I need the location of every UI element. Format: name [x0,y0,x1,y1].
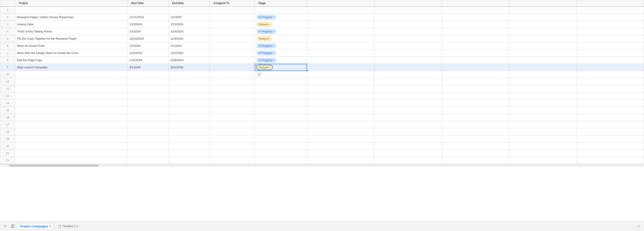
stage-cell[interactable]: Delayed▾ [255,35,307,42]
project-cell[interactable]: Work on Social Posts [15,42,127,50]
extra-cell-3[interactable] [442,92,509,100]
project-cell[interactable] [15,85,127,92]
end-date-cell[interactable]: 2/14/2024 [168,28,210,35]
extra-cell-5[interactable] [576,50,644,57]
extra-cell-2[interactable] [374,42,442,50]
extra-cell-1[interactable] [307,157,374,164]
extra-cell-3[interactable] [442,7,509,14]
extra-cell-5[interactable] [576,85,644,92]
stage-badge[interactable]: In Progress▾ [256,58,276,63]
stage-dropdown-arrow[interactable]: ▾ [273,52,274,54]
extra-cell-5[interactable] [576,128,644,135]
assigned-to-cell[interactable] [210,57,255,64]
start-date-cell[interactable] [128,143,168,150]
stage-cell[interactable] [255,121,307,128]
stage-content[interactable] [255,150,307,157]
extra-cell-1[interactable] [307,121,374,128]
project-cell[interactable] [15,150,127,157]
stage-cell[interactable]: In Progress▾ [255,28,307,35]
extra-cell-4[interactable] [509,64,576,71]
extra-cell-5[interactable] [576,92,644,100]
start-date-cell[interactable] [128,135,168,143]
end-date-cell[interactable] [168,92,210,100]
extra-cell-3[interactable] [442,71,509,78]
end-date-cell[interactable] [168,135,210,143]
extra-cell-1[interactable] [307,143,374,150]
extra-cell-3[interactable] [442,14,509,21]
extra-cell-4[interactable] [509,85,576,92]
stage-badge[interactable]: Delayed▾ [256,65,272,70]
project-cell[interactable]: Think of Key Talking Points [15,28,127,35]
extra-cell-4[interactable] [509,57,576,64]
stage-content[interactable] [255,85,307,92]
end-date-cell[interactable]: 1/1/2025 [168,14,210,21]
stage-cell[interactable]: Delayed▾ [255,21,307,28]
project-cell[interactable] [15,78,127,85]
extra-cell-1[interactable] [307,71,374,78]
assigned-to-cell[interactable] [210,135,255,143]
extra-cell-4[interactable] [509,157,576,164]
extra-cell-1[interactable] [307,107,374,114]
table-row[interactable]: 15 [0,107,644,114]
extra-cell-1[interactable] [307,57,374,64]
extra-cell-4[interactable] [509,28,576,35]
extra-cell-2[interactable] [374,128,442,135]
end-date-cell[interactable]: 2/21/2024 [168,21,210,28]
stage-content[interactable] [255,92,307,99]
stage-content[interactable]: Delayed▾ [255,21,307,28]
table-row[interactable]: 20 [0,143,644,150]
extra-cell-1[interactable] [307,92,374,100]
assigned-to-cell[interactable] [210,14,255,21]
extra-cell-3[interactable] [442,57,509,64]
tab-timeline1[interactable]: 📋 Timeline 1 ▾ [55,223,80,229]
add-sheet-button[interactable]: + [3,223,8,229]
table-row[interactable]: 21 [0,150,644,157]
extra-cell-3[interactable] [442,50,509,57]
extra-cell-2[interactable] [374,35,442,42]
extra-cell-4[interactable] [509,71,576,78]
table-row[interactable]: 14 [0,100,644,107]
stage-cell[interactable] [255,92,307,100]
extra-cell-5[interactable] [576,114,644,121]
extra-cell-5[interactable] [576,14,644,21]
extra-cell-4[interactable] [509,100,576,107]
extra-cell-1[interactable] [307,100,374,107]
spreadsheet-container[interactable]: Project Start Date End Date Assigned To … [0,0,644,221]
stage-dropdown-arrow[interactable]: ▾ [273,16,274,18]
extra-cell-3[interactable] [442,42,509,50]
start-date-cell[interactable] [128,107,168,114]
start-date-cell[interactable] [128,121,168,128]
assigned-to-cell[interactable] [210,35,255,42]
extra-cell-3[interactable] [442,143,509,150]
table-row[interactable]: 6Work on Social Posts1/1/20242/1/2024In … [0,42,644,50]
table-row[interactable]: 17 [0,121,644,128]
stage-badge[interactable]: Delayed▾ [256,22,272,27]
table-row[interactable]: 10▾ [0,71,644,78]
extra-cell-4[interactable] [509,114,576,121]
extra-cell-5[interactable] [576,35,644,42]
end-date-cell[interactable] [168,150,210,157]
stage-cell[interactable] [255,7,307,14]
stage-badge[interactable]: In Progress▾ [256,15,276,20]
table-row[interactable]: 2Research Paper: Gather Survey Responses… [0,14,644,21]
extra-cell-3[interactable] [442,121,509,128]
end-date-cell[interactable] [168,7,210,14]
end-date-cell[interactable] [168,157,210,164]
extra-cell-3[interactable] [442,100,509,107]
extra-cell-2[interactable] [374,107,442,114]
table-row[interactable]: 19 [0,135,644,143]
end-date-cell[interactable]: 11/5/2024 [168,35,210,42]
extra-cell-3[interactable] [442,64,509,71]
extra-cell-1[interactable] [307,150,374,157]
extra-cell-1[interactable] [307,78,374,85]
table-row[interactable]: 18 [0,128,644,135]
extra-cell-2[interactable] [374,121,442,128]
extra-cell-4[interactable] [509,107,576,114]
extra-cell-5[interactable] [576,42,644,50]
assigned-to-cell[interactable] [210,78,255,85]
col-stage-header[interactable]: Stage [255,0,307,7]
extra-cell-2[interactable] [374,135,442,143]
extra-cell-1[interactable] [307,128,374,135]
active-tab-project-campaigns[interactable]: Project Campaigns ▾ [18,223,54,229]
extra-cell-2[interactable] [374,50,442,57]
